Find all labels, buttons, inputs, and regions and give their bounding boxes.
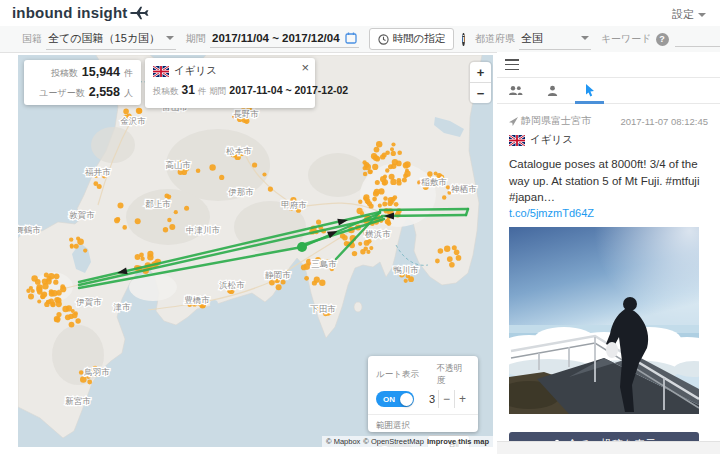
mapbox-attribution-link[interactable]: © Mapbox	[326, 437, 360, 446]
post-dot[interactable]	[71, 309, 75, 313]
post-dot[interactable]	[54, 316, 59, 321]
post-dot[interactable]	[269, 280, 275, 286]
post-dot[interactable]	[452, 245, 457, 250]
post-dot[interactable]	[69, 322, 75, 328]
post-dot[interactable]	[434, 172, 438, 176]
post-dot[interactable]	[385, 168, 389, 172]
sidebar-menu-icon[interactable]	[505, 59, 519, 70]
post-dot[interactable]	[372, 164, 378, 170]
post-dot[interactable]	[87, 380, 92, 385]
post-dot[interactable]	[397, 151, 402, 156]
post-dot[interactable]	[304, 276, 309, 281]
post-photo[interactable]	[509, 227, 699, 414]
post-dot[interactable]	[396, 161, 402, 167]
post-dot[interactable]	[163, 227, 168, 232]
route-toggle[interactable]: ON	[376, 391, 414, 407]
post-dot[interactable]	[46, 300, 50, 304]
post-dot[interactable]	[79, 370, 84, 375]
post-dot[interactable]	[366, 250, 370, 254]
improve-map-link[interactable]: Improve this map	[427, 437, 489, 446]
tab-cursor[interactable]	[571, 78, 608, 103]
post-dot[interactable]	[368, 169, 373, 174]
post-dot[interactable]	[93, 181, 98, 186]
post-dot[interactable]	[394, 202, 399, 207]
post-dot[interactable]	[362, 160, 366, 164]
tab-user[interactable]	[534, 78, 571, 103]
post-dot[interactable]	[373, 155, 379, 161]
post-dot[interactable]	[376, 141, 382, 147]
post-dot[interactable]	[83, 249, 87, 253]
post-dot[interactable]	[444, 246, 450, 252]
post-dot[interactable]	[404, 279, 408, 283]
post-dot[interactable]	[139, 253, 144, 258]
post-dot[interactable]	[373, 191, 379, 197]
post-dot[interactable]	[252, 162, 257, 167]
post-dot[interactable]	[75, 318, 80, 323]
post-dot[interactable]	[268, 187, 273, 192]
post-dot[interactable]	[74, 244, 79, 249]
post-dot[interactable]	[301, 265, 307, 271]
post-dot[interactable]	[53, 280, 58, 285]
route-node[interactable]	[297, 242, 307, 252]
post-dot[interactable]	[29, 286, 33, 290]
osm-attribution-link[interactable]: © OpenStreetMap	[363, 437, 424, 446]
prefecture-select[interactable]: 全国	[519, 29, 591, 50]
post-dot[interactable]	[367, 239, 372, 244]
post-dot[interactable]	[147, 254, 153, 260]
post-dot[interactable]	[363, 166, 367, 170]
post-dot[interactable]	[60, 284, 65, 289]
post-dot[interactable]	[312, 280, 317, 285]
post-dot[interactable]	[244, 118, 250, 124]
post-dot[interactable]	[456, 255, 462, 261]
post-dot[interactable]	[140, 257, 144, 261]
post-dot[interactable]	[454, 250, 460, 256]
tab-users-group[interactable]	[497, 78, 534, 103]
post-dot[interactable]	[35, 279, 41, 285]
post-dot[interactable]	[316, 220, 321, 225]
post-dot[interactable]	[378, 204, 382, 208]
post-dot[interactable]	[369, 246, 373, 250]
post-dot[interactable]	[385, 219, 391, 225]
opacity-increase-button[interactable]: +	[454, 390, 470, 408]
post-dot[interactable]	[122, 225, 127, 230]
post-dot[interactable]	[40, 294, 45, 299]
post-dot[interactable]	[358, 200, 362, 204]
post-dot[interactable]	[77, 238, 84, 245]
post-dot[interactable]	[403, 174, 408, 179]
keyword-input[interactable]	[675, 31, 720, 47]
post-dot[interactable]	[388, 164, 393, 169]
nationality-select[interactable]: 全ての国籍（15カ国）	[46, 29, 176, 50]
post-dot[interactable]	[37, 300, 41, 304]
post-dot[interactable]	[352, 251, 357, 256]
post-dot[interactable]	[435, 259, 440, 264]
time-specify-button[interactable]: 時間の指定	[369, 28, 455, 50]
post-dot[interactable]	[382, 153, 387, 158]
post-dot[interactable]	[380, 176, 386, 182]
post-dot[interactable]	[118, 202, 124, 208]
post-dot[interactable]	[383, 196, 387, 200]
post-dot[interactable]	[42, 283, 48, 289]
settings-menu[interactable]: 設定	[672, 7, 706, 22]
post-dot[interactable]	[196, 168, 201, 173]
post-dot[interactable]	[372, 197, 377, 202]
post-dot[interactable]	[442, 195, 446, 199]
post-dot[interactable]	[54, 273, 60, 279]
post-dot[interactable]	[68, 314, 73, 319]
post-dot[interactable]	[358, 242, 362, 246]
post-dot[interactable]	[363, 194, 369, 200]
opacity-decrease-button[interactable]: −	[438, 390, 454, 408]
post-dot[interactable]	[56, 301, 62, 307]
post-dot[interactable]	[123, 109, 129, 115]
post-dot[interactable]	[135, 218, 141, 224]
post-link[interactable]: t.co/5jmzmTd64Z	[509, 207, 708, 219]
zoom-out-button[interactable]: −	[470, 83, 491, 103]
post-dot[interactable]	[404, 161, 410, 167]
post-dot[interactable]	[382, 202, 387, 207]
post-dot[interactable]	[70, 244, 74, 248]
map[interactable]: 富山市金沢市長野市松本市高山市福井市伊那市郡上市敦賀市中津川市舞鶴市甲府市稲敷市…	[18, 55, 493, 447]
post-dot[interactable]	[167, 218, 171, 222]
post-dot[interactable]	[340, 233, 345, 238]
info-icon[interactable]: i	[462, 33, 465, 46]
close-icon[interactable]: ×	[301, 60, 309, 75]
post-dot[interactable]	[184, 206, 189, 211]
